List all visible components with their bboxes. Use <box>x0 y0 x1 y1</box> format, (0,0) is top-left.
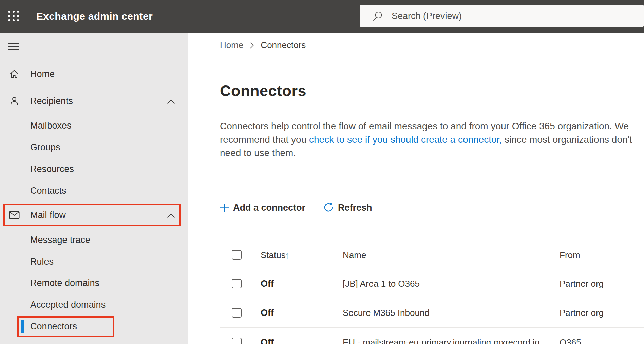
row-status: Off <box>261 298 274 327</box>
chevron-up-icon <box>167 96 175 107</box>
plus-icon <box>220 203 229 212</box>
add-connector-label: Add a connector <box>233 203 305 213</box>
sidebar-item-label: Recipients <box>30 90 73 112</box>
hamburger-menu-icon[interactable] <box>8 43 19 50</box>
row-from: Partner org <box>560 269 604 298</box>
create-connector-check-link[interactable]: check to see if you should create a conn… <box>309 134 502 145</box>
sidebar-item-mail-flow[interactable]: Mail flow <box>0 204 188 226</box>
search-icon <box>373 11 383 21</box>
search-box[interactable] <box>360 5 644 27</box>
mail-icon <box>9 210 20 221</box>
selected-item-indicator <box>21 320 24 333</box>
refresh-label: Refresh <box>338 203 372 213</box>
topbar: Exchange admin center <box>0 0 644 33</box>
chevron-up-icon <box>167 210 175 221</box>
row-status: Off <box>261 269 274 298</box>
sidebar-item-accepted-domains[interactable]: Accepted domains <box>0 294 188 316</box>
select-all-checkbox[interactable] <box>232 250 242 260</box>
refresh-icon <box>323 202 334 213</box>
sidebar-item-recipients[interactable]: Recipients <box>0 90 188 112</box>
column-header-status[interactable]: Status <box>261 246 286 265</box>
home-icon <box>9 69 20 79</box>
sidebar-nav: Home Recipients Mailboxes Groups Resourc… <box>0 33 188 344</box>
table-row[interactable]: Off Secure M365 Inbound Partner org <box>220 298 644 327</box>
table-row[interactable]: Off EU - mailstream-eu-primary.journalin… <box>220 327 644 344</box>
app-launcher-waffle-icon[interactable] <box>8 11 20 22</box>
sidebar-item-label: Message trace <box>30 229 90 251</box>
row-status: Off <box>261 328 274 344</box>
sidebar-item-contacts[interactable]: Contacts <box>0 180 188 202</box>
sidebar-item-groups[interactable]: Groups <box>0 136 188 158</box>
row-name: [JB] Area 1 to O365 <box>343 269 420 298</box>
sidebar-item-home[interactable]: Home <box>0 63 188 85</box>
breadcrumb-home-link[interactable]: Home <box>220 40 243 51</box>
row-name: EU - mailstream-eu-primary.journaling.mx… <box>343 328 539 344</box>
sidebar-item-rules[interactable]: Rules <box>0 251 188 272</box>
breadcrumb-current: Connectors <box>261 40 306 51</box>
refresh-button[interactable]: Refresh <box>323 202 372 213</box>
app-title: Exchange admin center <box>36 0 153 33</box>
row-from: Partner org <box>560 298 604 327</box>
column-header-name[interactable]: Name <box>343 246 366 265</box>
row-from: O365 <box>560 328 581 344</box>
page-title: Connectors <box>220 82 306 100</box>
breadcrumb-chevron-icon <box>250 42 254 49</box>
sidebar-item-label: Groups <box>30 136 60 158</box>
breadcrumb: Home Connectors <box>220 38 306 53</box>
row-checkbox[interactable] <box>232 338 242 344</box>
sidebar-item-label: Resources <box>30 158 74 180</box>
sidebar-item-message-trace[interactable]: Message trace <box>0 229 188 251</box>
row-name: Secure M365 Inbound <box>343 298 430 327</box>
search-input[interactable] <box>392 5 644 27</box>
main-content: Home Connectors Connectors Connectors he… <box>188 33 644 344</box>
toolbar: Add a connector Refresh <box>220 198 372 217</box>
add-connector-button[interactable]: Add a connector <box>220 203 305 213</box>
sidebar-item-label: Contacts <box>30 180 67 202</box>
sidebar-item-connectors[interactable]: Connectors <box>0 316 188 337</box>
table-row[interactable]: Off [JB] Area 1 to O365 Partner org <box>220 269 644 298</box>
sort-ascending-icon: ↑ <box>285 246 289 265</box>
sidebar-item-mailboxes[interactable]: Mailboxes <box>0 115 188 136</box>
sidebar-item-label: Rules <box>30 251 54 272</box>
intro-text: Connectors help control the flow of emai… <box>220 119 642 160</box>
exchange-admin-center-app: Exchange admin center Home <box>0 0 644 344</box>
sidebar-item-label: Home <box>30 63 55 85</box>
sidebar-item-label: Mail flow <box>30 204 66 226</box>
column-header-from[interactable]: From <box>560 246 580 265</box>
row-checkbox[interactable] <box>232 308 242 318</box>
sidebar-item-label: Remote domains <box>30 272 99 294</box>
sidebar-item-resources[interactable]: Resources <box>0 158 188 180</box>
sidebar-item-label: Mailboxes <box>30 115 72 136</box>
sidebar-item-label: Accepted domains <box>30 294 106 316</box>
sidebar-item-label: Connectors <box>30 316 77 337</box>
sidebar-item-remote-domains[interactable]: Remote domains <box>0 272 188 294</box>
row-checkbox[interactable] <box>232 279 242 288</box>
toolbar-top-divider <box>220 192 644 192</box>
person-icon <box>9 96 20 107</box>
